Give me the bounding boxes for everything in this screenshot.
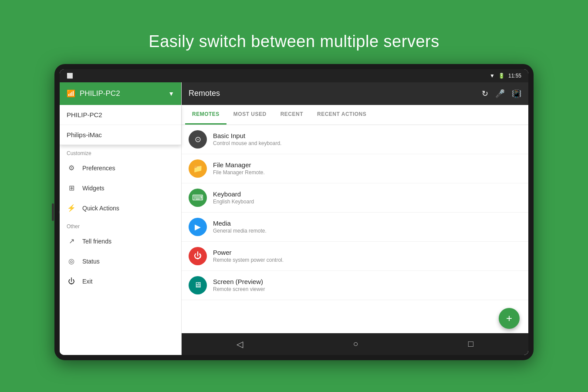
menu-item-quick-actions[interactable]: ⚡ Quick Actions <box>60 198 181 218</box>
file-manager-info: File Manager File Manager Remote. <box>213 161 265 176</box>
sidebar-header[interactable]: 📶 PHILIP-PC2 ▼ <box>60 82 181 105</box>
remote-item-media[interactable]: ▶ Media General media remote. <box>182 213 528 242</box>
file-manager-name: File Manager <box>213 161 265 169</box>
screen-preview-icon: 🖥 <box>189 276 207 294</box>
media-desc: General media remote. <box>213 228 267 234</box>
vibrate-icon[interactable]: 📳 <box>512 89 521 98</box>
quick-actions-label: Quick Actions <box>82 205 119 212</box>
refresh-icon[interactable]: ↻ <box>482 89 488 98</box>
keyboard-icon: ⌨ <box>189 189 207 207</box>
customize-label: Customize <box>60 145 181 158</box>
screen-preview-name: Screen (Preview) <box>213 278 265 285</box>
power-name: Power <box>213 249 284 256</box>
exit-icon: ⏻ <box>67 277 76 286</box>
status-bar: ⬜ ▼ 🔋 11:55 <box>60 69 528 82</box>
tell-friends-label: Tell friends <box>82 238 112 245</box>
main-panel-title: Remotes <box>189 89 220 98</box>
status-bar-right: ▼ 🔋 11:55 <box>490 73 521 79</box>
tablet-screen: ⬜ ▼ 🔋 11:55 📶 PHILIP-PC2 ▼ PHILIP-P <box>60 69 528 355</box>
power-icon: ⏻ <box>189 247 207 265</box>
share-icon: ↗ <box>67 237 76 246</box>
tab-most-used[interactable]: MOST USED <box>226 105 274 125</box>
home-button[interactable]: ○ <box>353 339 358 349</box>
main-panel: Remotes ↻ 🎤 📳 REMOTES MOST USED RECENT R… <box>182 82 528 355</box>
tab-recent-actions[interactable]: RECENT ACTIONS <box>310 105 373 125</box>
media-icon: ▶ <box>189 218 207 236</box>
widgets-icon: ⊞ <box>67 183 76 193</box>
status-label: Status <box>82 258 100 265</box>
menu-item-status[interactable]: ◎ Status <box>60 251 181 271</box>
tablet-side-button <box>52 203 54 221</box>
remote-item-power[interactable]: ⏻ Power Remote system power control. <box>182 242 528 271</box>
screen-preview-info: Screen (Preview) Remote screen viewer <box>213 278 265 292</box>
app-content: 📶 PHILIP-PC2 ▼ PHILIP-PC2 Philips-iMac C… <box>60 82 528 355</box>
remote-item-basic-input[interactable]: ⊙ Basic Input Control mouse and keyboard… <box>182 125 528 154</box>
tab-recent[interactable]: RECENT <box>274 105 310 125</box>
preferences-label: Preferences <box>82 165 115 172</box>
menu-item-widgets[interactable]: ⊞ Widgets <box>60 178 181 198</box>
preferences-icon: ⚙ <box>67 163 76 173</box>
other-label: Other <box>60 218 181 231</box>
page-headline: Easily switch between multiple servers <box>149 32 439 51</box>
menu-item-tell-friends[interactable]: ↗ Tell friends <box>60 231 181 251</box>
basic-input-name: Basic Input <box>213 132 281 139</box>
dropdown-arrow-icon: ▼ <box>168 90 174 97</box>
add-remote-fab[interactable]: + <box>499 308 520 329</box>
file-manager-desc: File Manager Remote. <box>213 169 265 176</box>
server-item-philips-imac[interactable]: Philips-iMac <box>60 125 181 145</box>
keyboard-name: Keyboard <box>213 190 254 198</box>
widgets-label: Widgets <box>82 185 105 192</box>
bottom-nav: ◁ ○ □ <box>182 333 528 355</box>
keyboard-info: Keyboard English Keyboard <box>213 190 254 205</box>
media-name: Media <box>213 220 267 227</box>
basic-input-info: Basic Input Control mouse and keyboard. <box>213 132 281 146</box>
basic-input-icon: ⊙ <box>189 130 207 149</box>
clock: 11:55 <box>508 73 521 79</box>
menu-item-preferences[interactable]: ⚙ Preferences <box>60 158 181 178</box>
status-bar-left: ⬜ <box>67 73 73 79</box>
recent-apps-button[interactable]: □ <box>468 339 473 349</box>
battery-status-icon: 🔋 <box>498 73 505 79</box>
sidebar: 📶 PHILIP-PC2 ▼ PHILIP-PC2 Philips-iMac C… <box>60 82 182 355</box>
keyboard-desc: English Keyboard <box>213 199 254 205</box>
basic-input-desc: Control mouse and keyboard. <box>213 140 281 146</box>
battery-icon: ⬜ <box>67 73 73 79</box>
main-toolbar: Remotes ↻ 🎤 📳 <box>182 82 528 105</box>
server-item-philip-pc2[interactable]: PHILIP-PC2 <box>60 105 181 125</box>
file-manager-icon: 📁 <box>189 159 207 178</box>
remote-list: ⊙ Basic Input Control mouse and keyboard… <box>182 125 528 333</box>
tabs-bar: REMOTES MOST USED RECENT RECENT ACTIONS <box>182 105 528 125</box>
remote-item-keyboard[interactable]: ⌨ Keyboard English Keyboard <box>182 183 528 213</box>
wifi-status-icon: ▼ <box>490 73 495 79</box>
tab-remotes[interactable]: REMOTES <box>185 105 226 125</box>
remote-item-screen-preview[interactable]: 🖥 Screen (Preview) Remote screen viewer <box>182 271 528 300</box>
status-icon: ◎ <box>67 257 76 266</box>
exit-label: Exit <box>82 278 92 285</box>
remote-item-file-manager[interactable]: 📁 File Manager File Manager Remote. <box>182 154 528 183</box>
quick-actions-icon: ⚡ <box>67 203 76 213</box>
tablet-frame: ⬜ ▼ 🔋 11:55 📶 PHILIP-PC2 ▼ PHILIP-P <box>54 64 534 360</box>
microphone-icon[interactable]: 🎤 <box>495 89 505 98</box>
wifi-icon: 📶 <box>67 89 75 98</box>
back-button[interactable]: ◁ <box>237 339 243 349</box>
power-info: Power Remote system power control. <box>213 249 284 263</box>
power-desc: Remote system power control. <box>213 257 284 263</box>
toolbar-icons: ↻ 🎤 📳 <box>482 89 521 98</box>
media-info: Media General media remote. <box>213 220 267 234</box>
server-dropdown: PHILIP-PC2 Philips-iMac <box>60 105 181 145</box>
menu-item-exit[interactable]: ⏻ Exit <box>60 271 181 291</box>
screen-preview-desc: Remote screen viewer <box>213 286 265 292</box>
current-server-name: PHILIP-PC2 <box>80 89 164 98</box>
